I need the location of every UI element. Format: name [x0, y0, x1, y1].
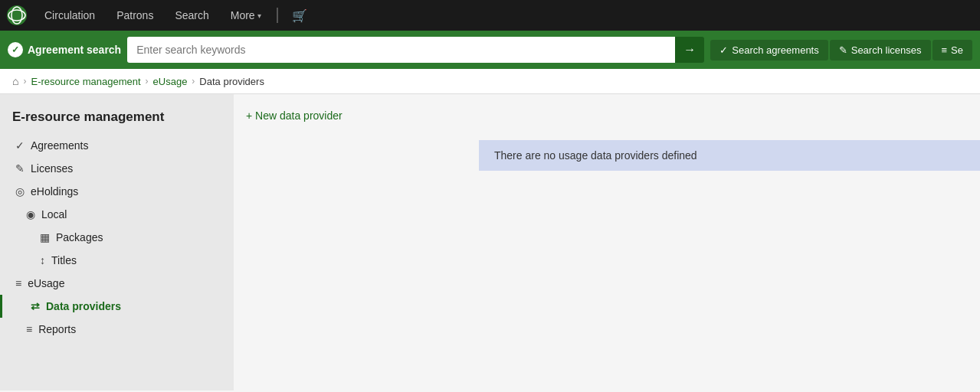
nav-cart-button[interactable]: 🛒: [284, 4, 315, 28]
svg-point-0: [7, 5, 27, 25]
more-dropdown-arrow: ▾: [257, 11, 261, 20]
search-input-wrapper: →: [127, 37, 704, 63]
breadcrumb-sep-2: ›: [146, 76, 149, 87]
search-go-button[interactable]: →: [675, 37, 704, 63]
search-label-check-icon: ✓: [8, 42, 23, 57]
reports-icon: ≡: [26, 323, 32, 335]
breadcrumb-sep-3: ›: [192, 76, 195, 87]
sidebar-item-packages[interactable]: ▦ Packages: [0, 226, 234, 249]
nav-patrons[interactable]: Patrons: [107, 5, 162, 26]
app-logo[interactable]: [6, 5, 28, 26]
search-bar: ✓ Agreement search → ✓ Search agreements…: [0, 31, 980, 69]
breadcrumb-eusage[interactable]: eUsage: [153, 76, 188, 87]
sidebar-title: E-resource management: [0, 103, 234, 134]
search-label: ✓ Agreement search: [8, 42, 121, 57]
breadcrumb-home-icon[interactable]: ⌂: [12, 75, 18, 87]
search-shortcuts: ✓ Search agreements ✎ Search licenses ≡ …: [710, 40, 972, 60]
sidebar-item-agreements[interactable]: ✓ Agreements: [0, 134, 234, 157]
local-icon: ◉: [26, 208, 35, 220]
sidebar-item-licenses[interactable]: ✎ Licenses: [0, 157, 234, 180]
search-input[interactable]: [127, 37, 675, 63]
content-panel: + New data provider There are no usage d…: [234, 94, 980, 390]
nav-divider: [277, 8, 278, 23]
eusage-icon: ≡: [15, 277, 21, 289]
breadcrumb-current: Data providers: [199, 76, 264, 87]
agreements-icon: ✓: [15, 139, 25, 152]
search-more-icon: ≡: [942, 44, 948, 56]
eholdings-icon: ◎: [15, 185, 25, 198]
empty-message: There are no usage data providers define…: [479, 140, 980, 171]
packages-icon: ▦: [40, 231, 50, 243]
breadcrumb-sep-1: ›: [23, 76, 26, 87]
nav-circulation[interactable]: Circulation: [35, 5, 104, 26]
search-licenses-button[interactable]: ✎ Search licenses: [830, 40, 931, 60]
breadcrumb-eresource[interactable]: E-resource management: [31, 76, 140, 87]
sidebar: E-resource management ✓ Agreements ✎ Lic…: [0, 94, 234, 390]
sidebar-item-data-providers[interactable]: ⇄ Data providers: [0, 295, 234, 318]
sidebar-item-eholdings[interactable]: ◎ eHoldings: [0, 180, 234, 203]
search-more-button[interactable]: ≡ Se: [932, 40, 973, 60]
main-area: E-resource management ✓ Agreements ✎ Lic…: [0, 94, 980, 390]
search-agreements-icon: ✓: [719, 44, 728, 56]
nav-more-dropdown-button[interactable]: More ▾: [221, 5, 270, 26]
data-providers-icon: ⇄: [31, 300, 40, 312]
sidebar-item-eusage[interactable]: ≡ eUsage: [0, 272, 234, 295]
top-navigation: Circulation Patrons Search More ▾ 🛒: [0, 0, 980, 31]
sidebar-item-titles[interactable]: ↕ Titles: [0, 249, 234, 272]
search-agreements-button[interactable]: ✓ Search agreements: [710, 40, 828, 60]
search-licenses-icon: ✎: [839, 44, 847, 56]
breadcrumb: ⌂ › E-resource management › eUsage › Dat…: [0, 69, 980, 94]
sidebar-item-reports[interactable]: ≡ Reports: [0, 318, 234, 341]
titles-icon: ↕: [40, 254, 45, 266]
nav-search[interactable]: Search: [166, 5, 218, 26]
licenses-icon: ✎: [15, 162, 25, 175]
new-data-provider-button[interactable]: + New data provider: [246, 106, 343, 125]
sidebar-item-local[interactable]: ◉ Local: [0, 203, 234, 226]
